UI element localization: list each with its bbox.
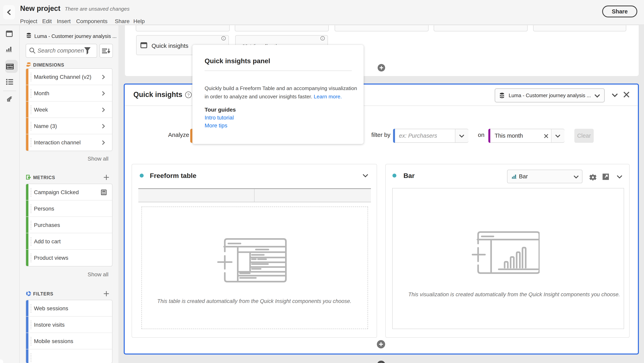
svg-text:?: ?	[187, 93, 190, 97]
svg-text:i: i	[322, 37, 323, 40]
svg-text:i: i	[223, 37, 224, 40]
